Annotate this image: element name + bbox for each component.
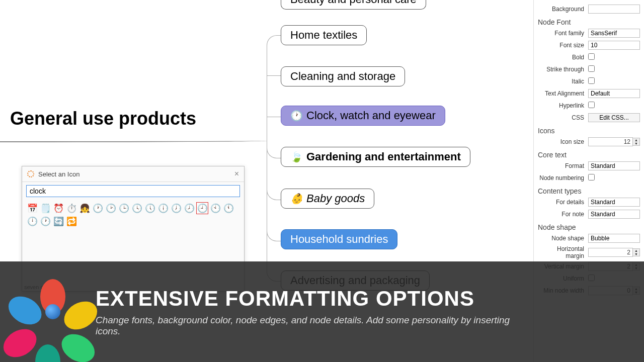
node-gardening[interactable]: 🍃Gardening and entertainment [281, 147, 470, 167]
section-icons: Icons [534, 124, 644, 136]
edge [267, 75, 281, 76]
edge [267, 35, 281, 141]
prop-label: Text Alignment [538, 90, 588, 97]
prop-label: CSS [538, 114, 588, 121]
leaf-icon: 🍃 [290, 151, 302, 163]
node-household[interactable]: Household sundries [281, 229, 397, 249]
node-label: Gardening and entertainment [306, 150, 461, 163]
prop-label: Bold [538, 54, 588, 61]
icon-option[interactable]: ⏱️ [65, 202, 77, 214]
icon-option[interactable]: ⏰ [52, 202, 64, 214]
edit-css-button[interactable]: Edit CSS... [588, 113, 640, 122]
numbering-checkbox[interactable] [588, 174, 595, 180]
icon-option[interactable]: 🕗 [183, 202, 195, 214]
font-family-select[interactable] [588, 29, 640, 38]
hyperlink-checkbox[interactable] [588, 102, 595, 108]
node-cleaning[interactable]: Cleaning and storage [281, 66, 405, 86]
overlay-title: EXTENSIVE FORMATTING OPTIONS [96, 287, 528, 311]
app-logo [25, 284, 80, 339]
icon-option[interactable]: 🕔 [144, 202, 156, 214]
prop-label: Icon size [538, 138, 588, 145]
node-label: Beauty and personal care [290, 0, 417, 6]
icon-option[interactable]: 🗒️ [39, 202, 51, 214]
prop-label: Background [538, 6, 588, 13]
promo-overlay: EXTENSIVE FORMATTING OPTIONS Change font… [0, 261, 644, 362]
icon-option[interactable]: 🕐 [92, 202, 104, 214]
icon-option[interactable]: 🕑 [105, 202, 117, 214]
overlay-subtitle: Change fonts, background color, node edg… [96, 315, 528, 337]
prop-label: Format [538, 162, 588, 169]
node-label: Clock, watch and eyewear [306, 109, 436, 122]
section-core-text: Core text [534, 148, 644, 160]
italic-checkbox[interactable] [588, 77, 595, 84]
icon-option[interactable]: 🕙 [209, 202, 221, 214]
edge [267, 117, 281, 117]
icon-option[interactable]: 🕚 [222, 202, 234, 214]
icon-search-input[interactable] [26, 185, 240, 197]
prop-label: Node numbering [538, 174, 588, 182]
node-home-textiles[interactable]: Home textiles [281, 25, 367, 45]
section-content-types: Content types [534, 184, 644, 196]
baby-icon: 👶 [290, 193, 302, 205]
prop-label: Node shape [538, 235, 588, 242]
node-baby[interactable]: 👶Baby goods [281, 189, 374, 209]
dialog-header: Select an Icon × [22, 166, 244, 182]
root-edge [0, 141, 267, 142]
icon-option[interactable]: 📅 [26, 202, 38, 214]
prop-label: Strike through [538, 66, 588, 73]
icon-grid: 📅🗒️⏰⏱️👧🕐🕑🕒🕓🕔🕕🕖🕗🕘🕙🕚🕛🕐🔄🔁 [22, 200, 244, 229]
icon-option[interactable]: 🕓 [131, 202, 143, 214]
bold-checkbox[interactable] [588, 53, 595, 60]
details-select[interactable] [588, 198, 640, 207]
icon-option[interactable]: 👧 [78, 202, 91, 214]
node-label: Baby goods [306, 192, 365, 205]
icon-option[interactable]: 🕖 [170, 202, 182, 214]
icon-option[interactable]: 🕒 [118, 202, 130, 214]
node-label: Cleaning and storage [290, 70, 395, 83]
section-node-shape: Node shape [534, 220, 644, 232]
background-swatch[interactable] [588, 5, 640, 14]
dialog-title: Select an Icon [38, 170, 79, 178]
prop-label: Horizontal margin [538, 245, 588, 259]
icon-option[interactable]: 🕛 [26, 215, 38, 227]
node-label: Household sundries [290, 233, 388, 246]
text-align-select[interactable] [588, 89, 640, 98]
icon-option[interactable]: 🔄 [52, 215, 64, 227]
prop-label: Font size [538, 42, 588, 49]
prop-label: For details [538, 199, 588, 206]
format-select[interactable] [588, 161, 640, 170]
icon-option[interactable]: 🔁 [65, 215, 77, 227]
node-clock-selected[interactable]: 🕐Clock, watch and eyewear [281, 106, 445, 126]
prop-label: For note [538, 211, 588, 218]
node-beauty[interactable]: Beauty and personal care [281, 0, 426, 10]
section-node-font: Node Font [534, 15, 644, 27]
note-select[interactable] [588, 210, 640, 219]
prop-label: Font family [538, 30, 588, 37]
font-size-input[interactable] [588, 41, 640, 50]
gear-icon [27, 170, 34, 177]
icon-size-spinner[interactable]: 12▲▼ [588, 137, 640, 146]
hmargin-spinner[interactable]: 2▲▼ [588, 248, 640, 257]
strike-checkbox[interactable] [588, 65, 595, 72]
prop-label: Italic [538, 78, 588, 85]
clock-icon: 🕐 [290, 110, 302, 122]
edge [267, 141, 281, 282]
root-node[interactable]: General use products [10, 108, 196, 129]
icon-option[interactable]: 🕘 [196, 202, 208, 214]
icon-option[interactable]: 🕕 [157, 202, 169, 214]
icon-option[interactable]: 🕐 [39, 215, 51, 227]
prop-label: Hyperlink [538, 102, 588, 109]
node-label: Home textiles [290, 29, 357, 42]
close-icon[interactable]: × [234, 169, 239, 178]
node-shape-select[interactable] [588, 234, 640, 243]
